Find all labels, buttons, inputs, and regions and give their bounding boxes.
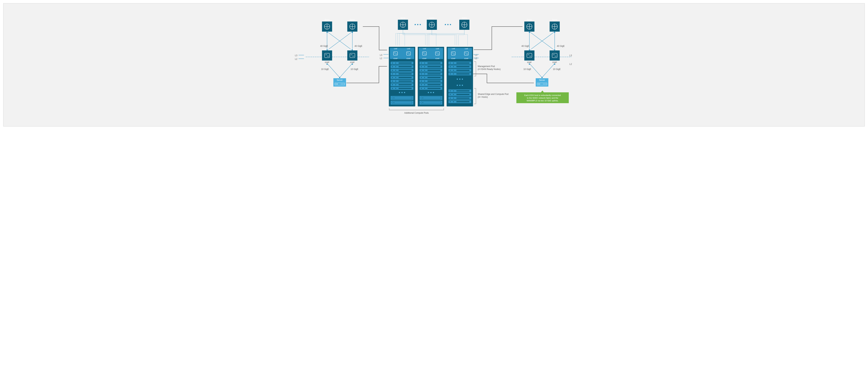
spine-label: Spine: [462, 17, 467, 19]
svg-point-34: [352, 32, 353, 33]
igmp-label: IGMP: [552, 61, 557, 63]
leaf-label: Leaf: [553, 48, 557, 50]
igmp-label: IGMP: [325, 61, 330, 63]
svg-text:Leaf: Leaf: [465, 48, 468, 50]
server-label: Server: [539, 79, 545, 81]
svg-text:Leaf: Leaf: [452, 48, 455, 50]
link-10g-label: 10 GigE: [321, 68, 329, 70]
l3-label: L3: [569, 54, 572, 57]
svg-line-45: [340, 63, 352, 77]
tooltip-callout: Each ESXi host is redundantly connected …: [517, 91, 569, 103]
ellipsis-icon: [399, 92, 405, 93]
tooltip-line: WAN/MPLS via two 10 GbE uplinks.: [527, 99, 558, 102]
l2-label: L2: [295, 58, 298, 60]
management-pod-label: Management Pod: [478, 65, 495, 68]
leaf-label: Leaf: [407, 48, 410, 50]
ellipsis-icon: [457, 85, 463, 86]
leaf-label: Leaf: [527, 48, 531, 50]
link-40g-label: 40 GigE: [557, 45, 565, 48]
igmp-label: IGMP: [350, 61, 355, 63]
spine-switch-icon: [347, 22, 358, 32]
link-10g-label: 10 GigE: [524, 68, 531, 70]
spine-leaf-links: [327, 32, 353, 51]
svg-text:IGMP: IGMP: [451, 58, 456, 59]
management-pod-sublabel: (4 VSAN Ready Nodes): [478, 68, 501, 70]
right-cluster: Spine Spine 40 GigE 40 GigE Leaf IGMP Le…: [512, 19, 572, 103]
edge-pod-label: Shared Edge and Compute Pod: [478, 93, 508, 95]
ellipsis-icon: [415, 24, 421, 25]
svg-text:IGMP: IGMP: [464, 58, 468, 59]
spine-switch-icon: [459, 20, 469, 30]
link-40g-label: 40 GigE: [320, 45, 328, 48]
leaf-label: Leaf: [394, 48, 397, 50]
center-cluster: Spine Spine Spine Leaf IGMP Leaf IGMP: [380, 17, 508, 114]
svg-point-31: [327, 32, 328, 33]
link-40g-label: 40 GigE: [522, 45, 529, 48]
svg-point-46: [352, 64, 353, 65]
tooltip-line: Each ESXi host is redundantly connected: [524, 94, 561, 96]
spine-label: Spine: [527, 19, 532, 21]
svg-text:Leaf: Leaf: [436, 48, 439, 50]
spine-label: Spine: [552, 19, 557, 21]
link-10g-label: 10 GigE: [351, 68, 359, 70]
ellipsis-icon: [457, 79, 463, 80]
spine-label: Spine: [324, 19, 330, 21]
l2-label: L2: [569, 63, 572, 65]
leaf-switch-icon: [524, 51, 534, 61]
svg-text:IGMP: IGMP: [435, 58, 439, 59]
spine-label: Spine: [400, 17, 405, 19]
leaf-switch-icon: [347, 51, 358, 61]
link-40g-label: 40 GigE: [354, 45, 362, 48]
tooltip-line: to the SDDC network fabric and the: [527, 97, 558, 99]
additional-pods-label: Additional Compute Pods: [404, 112, 429, 114]
svg-point-44: [327, 64, 328, 65]
l2-label: L2: [475, 57, 477, 60]
svg-point-67: [529, 32, 530, 33]
spine-rack-mesh: [396, 30, 468, 46]
leaf-label: Leaf: [325, 48, 329, 50]
spine-label: Spine: [350, 19, 355, 21]
spine-switch-icon: [550, 22, 560, 32]
ellipsis-icon: [428, 92, 434, 93]
leaf-label: Leaf: [350, 48, 354, 50]
spine-switch-icon: [398, 20, 408, 30]
svg-line-43: [327, 63, 340, 77]
igmp-label: IGMP: [527, 61, 532, 63]
edge-pod-sublabel: (4+ Hosts): [478, 96, 488, 98]
l2-label: L2: [380, 57, 382, 60]
left-cluster: Spine Spine 40 GigE 40 GigE Leaf IGMP Le…: [295, 19, 369, 87]
svg-text:IGMP: IGMP: [422, 58, 427, 59]
svg-point-80: [554, 64, 555, 65]
svg-point-78: [529, 64, 530, 65]
leaf-switch-icon: [322, 51, 332, 61]
spine-switch-icon: [524, 22, 534, 32]
spine-label: Spine: [429, 17, 434, 19]
l3-label: L3: [475, 54, 477, 56]
igmp-label: IGMP: [406, 58, 411, 59]
rack: Leaf IGMP Leaf IGMP Leaf IGMP Leaf IGMP: [389, 47, 473, 106]
svg-point-70: [554, 32, 555, 33]
leaf-switch-icon: [550, 51, 560, 61]
svg-text:Leaf: Leaf: [423, 48, 426, 50]
ellipsis-icon: [445, 24, 451, 25]
link-10g-label: 10 GigE: [553, 68, 561, 70]
svg-line-79: [542, 63, 555, 77]
spine-switch-icon: [322, 22, 332, 32]
igmp-label: IGMP: [394, 58, 398, 59]
spine-switch-icon: [427, 20, 437, 30]
svg-line-77: [529, 63, 542, 77]
l3-label: L3: [295, 54, 298, 57]
l3-label: L3: [380, 54, 382, 56]
svg-point-47: [339, 77, 340, 78]
server-label: Server: [337, 79, 343, 81]
svg-point-81: [541, 77, 542, 78]
